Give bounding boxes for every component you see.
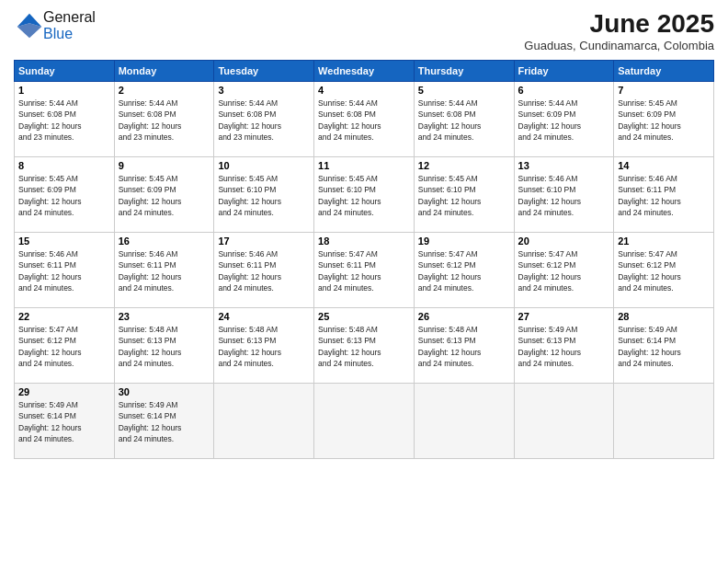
calendar-day-cell: 7Sunrise: 5:45 AMSunset: 6:09 PMDaylight… <box>614 82 714 157</box>
day-number: 20 <box>518 236 610 247</box>
weekday-header: Thursday <box>414 61 514 82</box>
day-info: Sunrise: 5:46 AMSunset: 6:11 PMDaylight:… <box>218 249 281 293</box>
day-number: 12 <box>418 160 510 171</box>
calendar-day-cell: 15Sunrise: 5:46 AMSunset: 6:11 PMDayligh… <box>15 233 115 308</box>
day-number: 13 <box>518 160 610 171</box>
calendar-day-cell: 28Sunrise: 5:49 AMSunset: 6:14 PMDayligh… <box>614 308 714 384</box>
day-info: Sunrise: 5:49 AMSunset: 6:14 PMDaylight:… <box>119 400 182 443</box>
day-info: Sunrise: 5:48 AMSunset: 6:13 PMDaylight:… <box>318 325 381 368</box>
location: Guaduas, Cundinamarca, Colombia <box>524 39 714 52</box>
day-info: Sunrise: 5:47 AMSunset: 6:12 PMDaylight:… <box>18 325 82 368</box>
calendar-day-cell: 12Sunrise: 5:45 AMSunset: 6:10 PMDayligh… <box>414 157 514 233</box>
calendar-week-row: 15Sunrise: 5:46 AMSunset: 6:11 PMDayligh… <box>15 233 714 308</box>
day-info: Sunrise: 5:47 AMSunset: 6:11 PMDaylight:… <box>318 249 381 293</box>
day-number: 8 <box>18 160 110 171</box>
day-number: 6 <box>518 85 610 96</box>
calendar-day-cell: 22Sunrise: 5:47 AMSunset: 6:12 PMDayligh… <box>15 308 115 384</box>
day-number: 27 <box>518 311 610 322</box>
calendar-day-cell <box>414 384 514 459</box>
day-number: 7 <box>618 85 710 96</box>
day-number: 29 <box>18 386 110 397</box>
calendar-day-cell: 4Sunrise: 5:44 AMSunset: 6:08 PMDaylight… <box>314 82 415 157</box>
day-info: Sunrise: 5:47 AMSunset: 6:12 PMDaylight:… <box>418 249 482 293</box>
calendar-day-cell: 26Sunrise: 5:48 AMSunset: 6:13 PMDayligh… <box>414 308 514 384</box>
calendar-day-cell: 13Sunrise: 5:46 AMSunset: 6:10 PMDayligh… <box>514 157 614 233</box>
logo-general-text: General <box>43 9 96 25</box>
day-number: 22 <box>18 311 110 322</box>
day-info: Sunrise: 5:45 AMSunset: 6:09 PMDaylight:… <box>119 174 182 217</box>
day-number: 18 <box>318 236 410 247</box>
calendar-week-row: 29Sunrise: 5:49 AMSunset: 6:14 PMDayligh… <box>15 384 714 459</box>
day-number: 9 <box>119 160 210 171</box>
day-number: 21 <box>618 236 710 247</box>
calendar-day-cell: 10Sunrise: 5:45 AMSunset: 6:10 PMDayligh… <box>214 157 314 233</box>
calendar-day-cell: 14Sunrise: 5:46 AMSunset: 6:11 PMDayligh… <box>614 157 714 233</box>
day-info: Sunrise: 5:46 AMSunset: 6:10 PMDaylight:… <box>518 174 582 217</box>
header: General Blue June 2025 Guaduas, Cundinam… <box>14 9 714 52</box>
day-info: Sunrise: 5:44 AMSunset: 6:08 PMDaylight:… <box>418 98 482 142</box>
page: General Blue June 2025 Guaduas, Cundinam… <box>0 0 728 563</box>
calendar-day-cell: 19Sunrise: 5:47 AMSunset: 6:12 PMDayligh… <box>414 233 514 308</box>
day-number: 25 <box>318 311 410 322</box>
day-number: 16 <box>119 236 210 247</box>
day-info: Sunrise: 5:44 AMSunset: 6:08 PMDaylight:… <box>18 98 82 142</box>
weekday-header: Tuesday <box>214 61 314 82</box>
logo: General Blue <box>14 9 96 42</box>
calendar-week-row: 1Sunrise: 5:44 AMSunset: 6:08 PMDaylight… <box>15 82 714 157</box>
day-number: 4 <box>318 85 410 96</box>
day-info: Sunrise: 5:48 AMSunset: 6:13 PMDaylight:… <box>119 325 182 368</box>
day-info: Sunrise: 5:48 AMSunset: 6:13 PMDaylight:… <box>418 325 482 368</box>
calendar-day-cell <box>314 384 415 459</box>
day-info: Sunrise: 5:45 AMSunset: 6:10 PMDaylight:… <box>318 174 381 217</box>
calendar-header-row: SundayMondayTuesdayWednesdayThursdayFrid… <box>15 61 714 82</box>
calendar-day-cell: 9Sunrise: 5:45 AMSunset: 6:09 PMDaylight… <box>114 157 214 233</box>
calendar-day-cell: 24Sunrise: 5:48 AMSunset: 6:13 PMDayligh… <box>214 308 314 384</box>
day-number: 28 <box>618 311 710 322</box>
day-number: 19 <box>418 236 510 247</box>
logo-icon <box>16 12 43 40</box>
calendar-day-cell: 18Sunrise: 5:47 AMSunset: 6:11 PMDayligh… <box>314 233 415 308</box>
calendar-day-cell: 5Sunrise: 5:44 AMSunset: 6:08 PMDaylight… <box>414 82 514 157</box>
day-number: 30 <box>119 386 210 397</box>
day-number: 14 <box>618 160 710 171</box>
day-info: Sunrise: 5:46 AMSunset: 6:11 PMDaylight:… <box>119 249 182 293</box>
day-info: Sunrise: 5:46 AMSunset: 6:11 PMDaylight:… <box>618 174 681 217</box>
day-number: 24 <box>218 311 310 322</box>
calendar-day-cell: 29Sunrise: 5:49 AMSunset: 6:14 PMDayligh… <box>15 384 115 459</box>
calendar-day-cell: 17Sunrise: 5:46 AMSunset: 6:11 PMDayligh… <box>214 233 314 308</box>
day-info: Sunrise: 5:45 AMSunset: 6:09 PMDaylight:… <box>18 174 82 217</box>
weekday-header: Monday <box>114 61 214 82</box>
day-number: 5 <box>418 85 510 96</box>
calendar-day-cell <box>214 384 314 459</box>
day-number: 1 <box>18 85 110 96</box>
weekday-header: Friday <box>514 61 614 82</box>
logo-blue-text: Blue <box>43 26 73 41</box>
day-info: Sunrise: 5:47 AMSunset: 6:12 PMDaylight:… <box>618 249 681 293</box>
day-info: Sunrise: 5:45 AMSunset: 6:09 PMDaylight:… <box>618 98 681 142</box>
day-number: 26 <box>418 311 510 322</box>
day-info: Sunrise: 5:48 AMSunset: 6:13 PMDaylight:… <box>218 325 281 368</box>
day-info: Sunrise: 5:44 AMSunset: 6:08 PMDaylight:… <box>119 98 182 142</box>
calendar-day-cell: 16Sunrise: 5:46 AMSunset: 6:11 PMDayligh… <box>114 233 214 308</box>
calendar-day-cell: 23Sunrise: 5:48 AMSunset: 6:13 PMDayligh… <box>114 308 214 384</box>
day-info: Sunrise: 5:44 AMSunset: 6:08 PMDaylight:… <box>218 98 281 142</box>
day-info: Sunrise: 5:49 AMSunset: 6:13 PMDaylight:… <box>518 325 582 368</box>
month-year: June 2025 <box>524 9 714 39</box>
calendar-day-cell: 21Sunrise: 5:47 AMSunset: 6:12 PMDayligh… <box>614 233 714 308</box>
calendar-week-row: 22Sunrise: 5:47 AMSunset: 6:12 PMDayligh… <box>15 308 714 384</box>
calendar-day-cell: 25Sunrise: 5:48 AMSunset: 6:13 PMDayligh… <box>314 308 415 384</box>
calendar-day-cell: 3Sunrise: 5:44 AMSunset: 6:08 PMDaylight… <box>214 82 314 157</box>
day-number: 17 <box>218 236 310 247</box>
day-number: 10 <box>218 160 310 171</box>
calendar-day-cell <box>614 384 714 459</box>
calendar-table: SundayMondayTuesdayWednesdayThursdayFrid… <box>14 60 714 459</box>
day-info: Sunrise: 5:45 AMSunset: 6:10 PMDaylight:… <box>418 174 482 217</box>
calendar-day-cell: 20Sunrise: 5:47 AMSunset: 6:12 PMDayligh… <box>514 233 614 308</box>
day-info: Sunrise: 5:49 AMSunset: 6:14 PMDaylight:… <box>618 325 681 368</box>
day-info: Sunrise: 5:45 AMSunset: 6:10 PMDaylight:… <box>218 174 281 217</box>
title-block: June 2025 Guaduas, Cundinamarca, Colombi… <box>524 9 714 52</box>
day-number: 3 <box>218 85 310 96</box>
calendar-day-cell: 1Sunrise: 5:44 AMSunset: 6:08 PMDaylight… <box>15 82 115 157</box>
weekday-header: Saturday <box>614 61 714 82</box>
calendar-day-cell: 6Sunrise: 5:44 AMSunset: 6:09 PMDaylight… <box>514 82 614 157</box>
